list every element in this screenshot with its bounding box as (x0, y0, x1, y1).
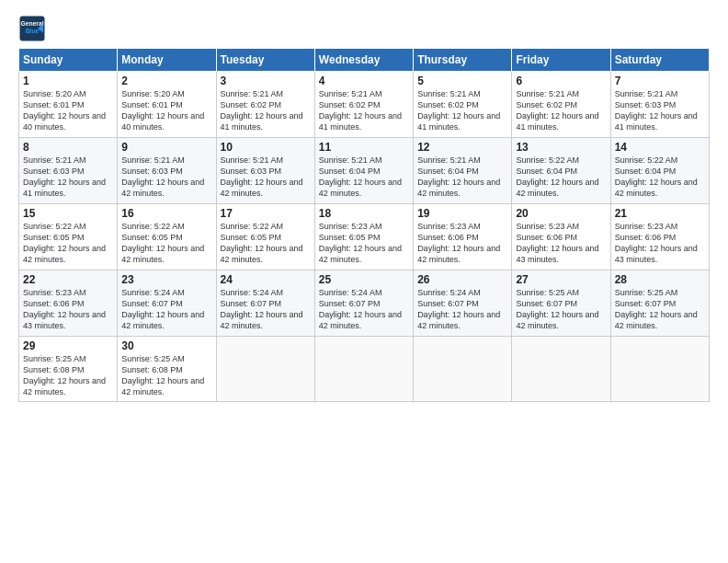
calendar-cell: 23Sunrise: 5:24 AMSunset: 6:07 PMDayligh… (118, 270, 216, 337)
weekday-header-row: SundayMondayTuesdayWednesdayThursdayFrid… (19, 49, 710, 72)
day-info: Sunrise: 5:20 AMSunset: 6:01 PMDaylight:… (121, 89, 204, 132)
day-number: 29 (23, 339, 113, 352)
day-number: 4 (319, 75, 409, 87)
day-info: Sunrise: 5:21 AMSunset: 6:02 PMDaylight:… (221, 89, 303, 132)
calendar-cell: 10Sunrise: 5:21 AMSunset: 6:03 PMDayligh… (216, 138, 314, 204)
day-info: Sunrise: 5:22 AMSunset: 6:05 PMDaylight:… (121, 222, 204, 264)
day-number: 14 (615, 141, 705, 154)
calendar-cell: 26Sunrise: 5:24 AMSunset: 6:07 PMDayligh… (414, 270, 512, 337)
day-number: 27 (516, 273, 606, 286)
day-info: Sunrise: 5:21 AMSunset: 6:04 PMDaylight:… (417, 155, 500, 198)
calendar-cell: 24Sunrise: 5:24 AMSunset: 6:07 PMDayligh… (216, 270, 314, 337)
day-info: Sunrise: 5:20 AMSunset: 6:01 PMDaylight:… (23, 89, 106, 132)
calendar-cell: 19Sunrise: 5:23 AMSunset: 6:06 PMDayligh… (414, 204, 512, 270)
calendar-cell (414, 337, 512, 402)
day-info: Sunrise: 5:21 AMSunset: 6:03 PMDaylight:… (615, 89, 698, 132)
calendar-cell (314, 337, 413, 402)
header: General Blue (18, 15, 710, 42)
day-number: 30 (121, 339, 211, 352)
day-info: Sunrise: 5:21 AMSunset: 6:02 PMDaylight:… (417, 89, 500, 132)
day-info: Sunrise: 5:25 AMSunset: 6:07 PMDaylight:… (516, 288, 598, 330)
day-number: 10 (221, 141, 311, 154)
day-number: 13 (516, 141, 606, 154)
day-info: Sunrise: 5:25 AMSunset: 6:08 PMDaylight:… (121, 354, 204, 396)
calendar-week-row: 8Sunrise: 5:21 AMSunset: 6:03 PMDaylight… (19, 138, 710, 204)
calendar-week-row: 22Sunrise: 5:23 AMSunset: 6:06 PMDayligh… (19, 270, 710, 337)
day-number: 26 (417, 273, 507, 286)
calendar-cell: 15Sunrise: 5:22 AMSunset: 6:05 PMDayligh… (19, 204, 118, 270)
day-info: Sunrise: 5:22 AMSunset: 6:05 PMDaylight:… (221, 222, 303, 264)
main-container: General Blue SundayMondayTuesdayWednesda… (0, 0, 728, 411)
calendar-cell: 1Sunrise: 5:20 AMSunset: 6:01 PMDaylight… (19, 72, 118, 138)
calendar-cell: 28Sunrise: 5:25 AMSunset: 6:07 PMDayligh… (610, 270, 709, 337)
weekday-header-thursday: Thursday (414, 49, 512, 72)
calendar-cell (512, 337, 610, 402)
calendar-cell: 12Sunrise: 5:21 AMSunset: 6:04 PMDayligh… (414, 138, 512, 204)
day-info: Sunrise: 5:24 AMSunset: 6:07 PMDaylight:… (121, 288, 204, 330)
calendar-cell: 8Sunrise: 5:21 AMSunset: 6:03 PMDaylight… (19, 138, 118, 204)
calendar-cell: 13Sunrise: 5:22 AMSunset: 6:04 PMDayligh… (512, 138, 610, 204)
calendar-cell: 6Sunrise: 5:21 AMSunset: 6:02 PMDaylight… (512, 72, 610, 138)
day-number: 20 (516, 207, 606, 220)
day-number: 1 (23, 75, 113, 87)
day-number: 15 (23, 207, 113, 220)
calendar-table: SundayMondayTuesdayWednesdayThursdayFrid… (18, 48, 710, 402)
day-info: Sunrise: 5:23 AMSunset: 6:06 PMDaylight:… (417, 222, 500, 264)
svg-text:Blue: Blue (26, 28, 40, 34)
weekday-header-sunday: Sunday (19, 49, 118, 72)
day-number: 18 (319, 207, 409, 220)
calendar-cell: 21Sunrise: 5:23 AMSunset: 6:06 PMDayligh… (610, 204, 709, 270)
calendar-cell: 17Sunrise: 5:22 AMSunset: 6:05 PMDayligh… (216, 204, 314, 270)
weekday-header-friday: Friday (512, 49, 610, 72)
day-info: Sunrise: 5:23 AMSunset: 6:05 PMDaylight:… (319, 222, 402, 264)
calendar-cell: 14Sunrise: 5:22 AMSunset: 6:04 PMDayligh… (610, 138, 709, 204)
day-info: Sunrise: 5:21 AMSunset: 6:03 PMDaylight:… (23, 155, 106, 198)
calendar-cell: 20Sunrise: 5:23 AMSunset: 6:06 PMDayligh… (512, 204, 610, 270)
day-info: Sunrise: 5:23 AMSunset: 6:06 PMDaylight:… (615, 222, 698, 264)
day-number: 28 (615, 273, 705, 286)
calendar-cell: 30Sunrise: 5:25 AMSunset: 6:08 PMDayligh… (118, 337, 216, 402)
calendar-cell: 9Sunrise: 5:21 AMSunset: 6:03 PMDaylight… (118, 138, 216, 204)
day-number: 5 (417, 75, 507, 87)
day-info: Sunrise: 5:24 AMSunset: 6:07 PMDaylight:… (319, 288, 402, 330)
calendar-cell (610, 337, 709, 402)
calendar-cell: 22Sunrise: 5:23 AMSunset: 6:06 PMDayligh… (19, 270, 118, 337)
calendar-cell: 25Sunrise: 5:24 AMSunset: 6:07 PMDayligh… (314, 270, 413, 337)
logo: General Blue (18, 15, 46, 42)
day-info: Sunrise: 5:25 AMSunset: 6:08 PMDaylight:… (23, 354, 106, 396)
day-number: 9 (121, 141, 211, 154)
day-number: 23 (121, 273, 211, 286)
day-info: Sunrise: 5:21 AMSunset: 6:04 PMDaylight:… (319, 155, 402, 198)
day-info: Sunrise: 5:24 AMSunset: 6:07 PMDaylight:… (417, 288, 500, 330)
logo-icon: General Blue (18, 15, 46, 42)
weekday-header-tuesday: Tuesday (216, 49, 314, 72)
day-number: 21 (615, 207, 705, 220)
day-number: 16 (121, 207, 211, 220)
day-number: 6 (516, 75, 606, 87)
calendar-cell: 2Sunrise: 5:20 AMSunset: 6:01 PMDaylight… (118, 72, 216, 138)
weekday-header-wednesday: Wednesday (314, 49, 413, 72)
day-info: Sunrise: 5:24 AMSunset: 6:07 PMDaylight:… (221, 288, 303, 330)
day-info: Sunrise: 5:21 AMSunset: 6:02 PMDaylight:… (516, 89, 598, 132)
calendar-week-row: 29Sunrise: 5:25 AMSunset: 6:08 PMDayligh… (19, 337, 710, 402)
svg-text:General: General (20, 20, 43, 27)
day-number: 24 (221, 273, 311, 286)
calendar-cell: 16Sunrise: 5:22 AMSunset: 6:05 PMDayligh… (118, 204, 216, 270)
calendar-cell: 11Sunrise: 5:21 AMSunset: 6:04 PMDayligh… (314, 138, 413, 204)
day-number: 7 (615, 75, 705, 87)
calendar-cell: 3Sunrise: 5:21 AMSunset: 6:02 PMDaylight… (216, 72, 314, 138)
calendar-week-row: 15Sunrise: 5:22 AMSunset: 6:05 PMDayligh… (19, 204, 710, 270)
day-number: 8 (23, 141, 113, 154)
calendar-week-row: 1Sunrise: 5:20 AMSunset: 6:01 PMDaylight… (19, 72, 710, 138)
calendar-cell: 18Sunrise: 5:23 AMSunset: 6:05 PMDayligh… (314, 204, 413, 270)
day-info: Sunrise: 5:21 AMSunset: 6:03 PMDaylight:… (221, 155, 303, 198)
day-number: 3 (221, 75, 311, 87)
day-info: Sunrise: 5:22 AMSunset: 6:04 PMDaylight:… (516, 155, 598, 198)
calendar-cell (216, 337, 314, 402)
day-info: Sunrise: 5:23 AMSunset: 6:06 PMDaylight:… (516, 222, 598, 264)
weekday-header-monday: Monday (118, 49, 216, 72)
calendar-cell: 29Sunrise: 5:25 AMSunset: 6:08 PMDayligh… (19, 337, 118, 402)
calendar-cell: 7Sunrise: 5:21 AMSunset: 6:03 PMDaylight… (610, 72, 709, 138)
day-info: Sunrise: 5:25 AMSunset: 6:07 PMDaylight:… (615, 288, 698, 330)
weekday-header-saturday: Saturday (610, 49, 709, 72)
